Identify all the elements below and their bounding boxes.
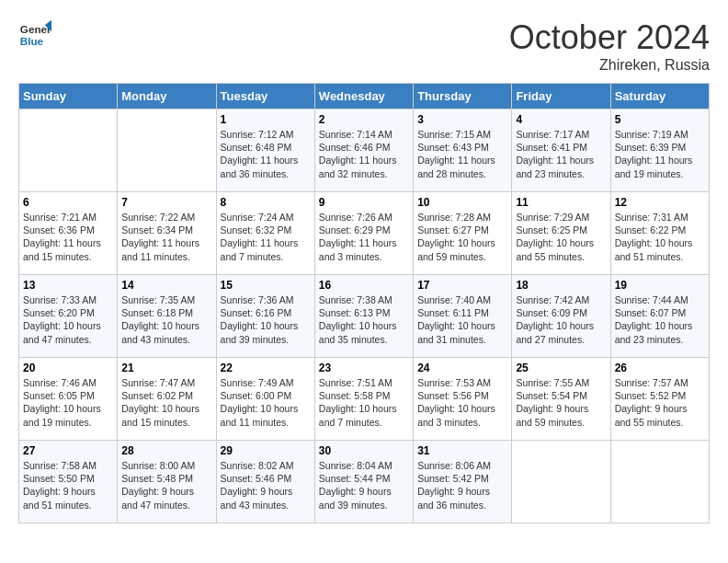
calendar-day-cell: 17Sunrise: 7:40 AM Sunset: 6:11 PM Dayli…: [414, 275, 512, 358]
day-info: Sunrise: 7:57 AM Sunset: 5:52 PM Dayligh…: [615, 376, 705, 429]
day-info: Sunrise: 7:46 AM Sunset: 6:05 PM Dayligh…: [23, 376, 113, 429]
day-of-week-header: Wednesday: [314, 84, 413, 109]
calendar-day-cell: 2Sunrise: 7:14 AM Sunset: 6:46 PM Daylig…: [314, 109, 413, 192]
day-number: 13: [23, 279, 113, 292]
calendar-week-row: 1Sunrise: 7:12 AM Sunset: 6:48 PM Daylig…: [19, 109, 710, 192]
calendar-day-cell: 26Sunrise: 7:57 AM Sunset: 5:52 PM Dayli…: [610, 358, 709, 441]
calendar-day-cell: 3Sunrise: 7:15 AM Sunset: 6:43 PM Daylig…: [414, 109, 512, 192]
day-number: 1: [221, 113, 311, 126]
day-info: Sunrise: 7:40 AM Sunset: 6:11 PM Dayligh…: [417, 293, 507, 346]
location: Zhireken, Russia: [509, 57, 710, 74]
logo: General Blue: [18, 18, 51, 52]
day-number: 20: [23, 362, 113, 374]
day-info: Sunrise: 7:24 AM Sunset: 6:32 PM Dayligh…: [221, 211, 311, 263]
calendar-day-cell: 11Sunrise: 7:29 AM Sunset: 6:25 PM Dayli…: [512, 192, 610, 275]
day-info: Sunrise: 8:06 AM Sunset: 5:42 PM Dayligh…: [417, 459, 507, 511]
calendar-day-cell: 24Sunrise: 7:53 AM Sunset: 5:56 PM Dayli…: [414, 358, 512, 441]
day-info: Sunrise: 7:49 AM Sunset: 6:00 PM Dayligh…: [221, 376, 311, 429]
day-info: Sunrise: 7:58 AM Sunset: 5:50 PM Dayligh…: [23, 459, 113, 511]
day-of-week-header: Monday: [118, 84, 216, 109]
day-number: 6: [23, 196, 113, 209]
calendar-day-cell: 7Sunrise: 7:22 AM Sunset: 6:34 PM Daylig…: [118, 192, 216, 275]
day-info: Sunrise: 7:17 AM Sunset: 6:41 PM Dayligh…: [516, 128, 606, 180]
calendar-day-cell: 21Sunrise: 7:47 AM Sunset: 6:02 PM Dayli…: [118, 358, 216, 441]
calendar-day-cell: 16Sunrise: 7:38 AM Sunset: 6:13 PM Dayli…: [314, 275, 413, 358]
calendar-day-cell: 25Sunrise: 7:55 AM Sunset: 5:54 PM Dayli…: [512, 358, 610, 441]
day-number: 19: [615, 279, 705, 292]
day-number: 17: [417, 279, 507, 292]
calendar-day-cell: 4Sunrise: 7:17 AM Sunset: 6:41 PM Daylig…: [512, 109, 610, 192]
day-number: 28: [121, 444, 211, 457]
day-number: 12: [615, 196, 705, 209]
calendar-day-cell: 18Sunrise: 7:42 AM Sunset: 6:09 PM Dayli…: [512, 275, 610, 358]
day-info: Sunrise: 7:36 AM Sunset: 6:16 PM Dayligh…: [221, 293, 311, 346]
calendar-week-row: 13Sunrise: 7:33 AM Sunset: 6:20 PM Dayli…: [19, 275, 710, 358]
day-number: 27: [23, 444, 113, 457]
day-number: 21: [121, 362, 211, 374]
day-info: Sunrise: 7:42 AM Sunset: 6:09 PM Dayligh…: [516, 293, 606, 346]
calendar-day-cell: 22Sunrise: 7:49 AM Sunset: 6:00 PM Dayli…: [216, 358, 314, 441]
calendar-body: 1Sunrise: 7:12 AM Sunset: 6:48 PM Daylig…: [19, 109, 710, 523]
day-number: 16: [319, 279, 409, 292]
day-info: Sunrise: 7:47 AM Sunset: 6:02 PM Dayligh…: [121, 376, 211, 429]
day-info: Sunrise: 7:38 AM Sunset: 6:13 PM Dayligh…: [319, 293, 409, 346]
calendar-day-cell: 28Sunrise: 8:00 AM Sunset: 5:48 PM Dayli…: [118, 441, 216, 523]
day-info: Sunrise: 7:14 AM Sunset: 6:46 PM Dayligh…: [319, 128, 409, 180]
logo-icon: General Blue: [18, 18, 51, 52]
calendar-week-row: 6Sunrise: 7:21 AM Sunset: 6:36 PM Daylig…: [19, 192, 710, 275]
day-number: 10: [417, 196, 507, 209]
day-number: 8: [221, 196, 311, 209]
calendar-day-cell: 23Sunrise: 7:51 AM Sunset: 5:58 PM Dayli…: [314, 358, 413, 441]
day-of-week-header: Friday: [512, 84, 610, 109]
calendar-day-cell: 8Sunrise: 7:24 AM Sunset: 6:32 PM Daylig…: [216, 192, 314, 275]
calendar-day-cell: 5Sunrise: 7:19 AM Sunset: 6:39 PM Daylig…: [610, 109, 709, 192]
day-number: 14: [121, 279, 211, 292]
calendar-day-cell: 1Sunrise: 7:12 AM Sunset: 6:48 PM Daylig…: [216, 109, 314, 192]
day-info: Sunrise: 7:51 AM Sunset: 5:58 PM Dayligh…: [319, 376, 409, 429]
day-number: 11: [516, 196, 606, 209]
calendar-day-cell: 27Sunrise: 7:58 AM Sunset: 5:50 PM Dayli…: [19, 441, 118, 523]
calendar-day-cell: 10Sunrise: 7:28 AM Sunset: 6:27 PM Dayli…: [414, 192, 512, 275]
calendar-day-cell: 9Sunrise: 7:26 AM Sunset: 6:29 PM Daylig…: [314, 192, 413, 275]
day-number: 25: [516, 362, 606, 374]
day-info: Sunrise: 7:31 AM Sunset: 6:22 PM Dayligh…: [615, 211, 705, 263]
day-info: Sunrise: 7:44 AM Sunset: 6:07 PM Dayligh…: [615, 293, 705, 346]
day-info: Sunrise: 7:28 AM Sunset: 6:27 PM Dayligh…: [417, 211, 507, 263]
calendar-day-cell: 13Sunrise: 7:33 AM Sunset: 6:20 PM Dayli…: [19, 275, 118, 358]
day-number: 4: [516, 113, 606, 126]
day-info: Sunrise: 7:22 AM Sunset: 6:34 PM Dayligh…: [121, 211, 211, 263]
day-of-week-header: Saturday: [610, 84, 709, 109]
calendar-day-cell: 29Sunrise: 8:02 AM Sunset: 5:46 PM Dayli…: [216, 441, 314, 523]
day-info: Sunrise: 7:29 AM Sunset: 6:25 PM Dayligh…: [516, 211, 606, 263]
title-block: October 2024 Zhireken, Russia: [509, 18, 710, 74]
day-number: 24: [417, 362, 507, 374]
day-of-week-header: Thursday: [414, 84, 512, 109]
day-info: Sunrise: 8:02 AM Sunset: 5:46 PM Dayligh…: [221, 459, 311, 511]
calendar-day-cell: 6Sunrise: 7:21 AM Sunset: 6:36 PM Daylig…: [19, 192, 118, 275]
day-number: 3: [417, 113, 507, 126]
calendar-week-row: 20Sunrise: 7:46 AM Sunset: 6:05 PM Dayli…: [19, 358, 710, 441]
day-number: 22: [221, 362, 311, 374]
day-info: Sunrise: 7:26 AM Sunset: 6:29 PM Dayligh…: [319, 211, 409, 263]
calendar-day-cell: [118, 109, 216, 192]
day-number: 23: [319, 362, 409, 374]
day-number: 15: [221, 279, 311, 292]
day-info: Sunrise: 8:04 AM Sunset: 5:44 PM Dayligh…: [319, 459, 409, 511]
calendar-day-cell: 12Sunrise: 7:31 AM Sunset: 6:22 PM Dayli…: [610, 192, 709, 275]
day-info: Sunrise: 7:12 AM Sunset: 6:48 PM Dayligh…: [221, 128, 311, 180]
calendar-day-cell: [512, 441, 610, 523]
day-info: Sunrise: 8:00 AM Sunset: 5:48 PM Dayligh…: [121, 459, 211, 511]
calendar-day-cell: 19Sunrise: 7:44 AM Sunset: 6:07 PM Dayli…: [610, 275, 709, 358]
svg-text:Blue: Blue: [20, 35, 44, 47]
day-number: 18: [516, 279, 606, 292]
calendar-table: SundayMondayTuesdayWednesdayThursdayFrid…: [18, 83, 710, 523]
day-number: 31: [417, 444, 507, 457]
calendar-day-cell: 20Sunrise: 7:46 AM Sunset: 6:05 PM Dayli…: [19, 358, 118, 441]
day-info: Sunrise: 7:33 AM Sunset: 6:20 PM Dayligh…: [23, 293, 113, 346]
calendar-day-cell: 30Sunrise: 8:04 AM Sunset: 5:44 PM Dayli…: [314, 441, 413, 523]
day-number: 7: [121, 196, 211, 209]
day-info: Sunrise: 7:15 AM Sunset: 6:43 PM Dayligh…: [417, 128, 507, 180]
day-number: 2: [319, 113, 409, 126]
day-number: 9: [319, 196, 409, 209]
day-info: Sunrise: 7:55 AM Sunset: 5:54 PM Dayligh…: [516, 376, 606, 429]
